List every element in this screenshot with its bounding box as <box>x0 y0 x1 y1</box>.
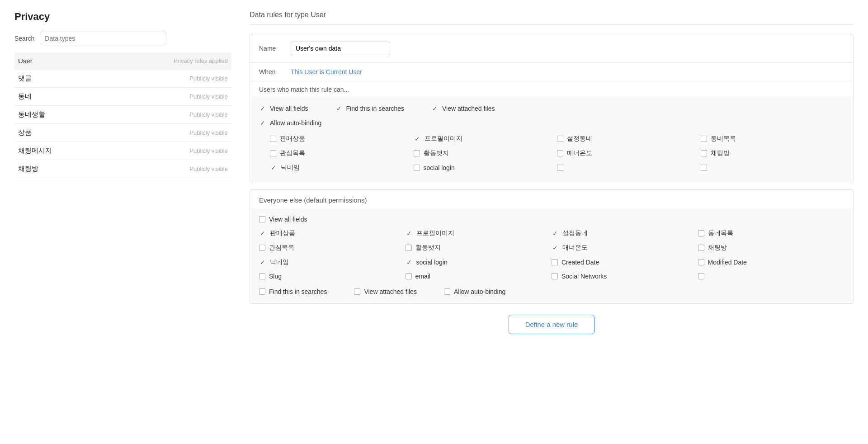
rule1-field-4: 관심목록 <box>270 147 414 159</box>
field-label-2: 설정동네 <box>567 135 592 143</box>
rule2-field-4: 관심목록 <box>259 242 406 254</box>
data-type-status: Publicly visible <box>189 165 228 172</box>
field-uncheck-10[interactable] <box>557 165 563 171</box>
field-uncheck-0[interactable] <box>270 136 276 142</box>
when-condition-link[interactable]: This User is Current User <box>291 68 362 76</box>
rule2-field-uncheck-12[interactable] <box>259 273 265 279</box>
bp-uncheck-0[interactable] <box>259 288 265 295</box>
rule2-field-label-11: Modified Date <box>708 259 747 266</box>
rule1-field-5: 활동뱃지 <box>414 147 557 159</box>
rule2-field-uncheck-5[interactable] <box>406 245 412 251</box>
page-header: Data rules for type User <box>250 11 854 25</box>
rule2-field-uncheck-11[interactable] <box>698 259 704 265</box>
data-type-status: Publicly visible <box>189 111 228 118</box>
rule1-field-0: 판매상품 <box>270 133 414 145</box>
perm-label-0: View all fields <box>270 105 308 112</box>
rule2-field-check-1: ✓ <box>406 230 413 237</box>
rule2-field-uncheck-4[interactable] <box>259 245 265 251</box>
when-row: When This User is Current User <box>250 63 853 81</box>
rule1-field-8: ✓닉네임 <box>270 162 414 174</box>
field-label-7: 채팅방 <box>711 149 730 157</box>
rule2-field-uncheck-15[interactable] <box>698 273 704 279</box>
rule2-field-label-12: Slug <box>269 273 282 280</box>
rule2-field-label-14: Social Networks <box>561 273 607 280</box>
check-icon-1: ✓ <box>335 105 343 112</box>
rule2-field-uncheck-10[interactable] <box>552 259 558 265</box>
field-label-6: 매너온도 <box>567 149 592 157</box>
rule2-field-8: ✓닉네임 <box>259 256 406 268</box>
rule2-bottom-perm-1: View attached files <box>354 288 416 295</box>
name-label: Name <box>259 45 282 52</box>
rule2-field-label-2: 설정동네 <box>562 229 588 237</box>
rule1-top-perm-1: ✓Find this in searches <box>335 105 404 112</box>
rule2-field-uncheck-13[interactable] <box>406 273 412 279</box>
rule2-field-uncheck-7[interactable] <box>698 245 704 251</box>
define-rule-button[interactable]: Define a new rule <box>509 315 595 334</box>
data-type-status: Publicly visible <box>189 129 228 136</box>
sidebar-item-동네생활[interactable]: 동네생활 Publicly visible <box>14 106 231 124</box>
field-uncheck-3[interactable] <box>701 136 707 142</box>
search-input[interactable] <box>40 32 166 45</box>
rule1-perms-grid: ✓View all fields✓Find this in searches✓V… <box>250 97 853 182</box>
field-uncheck-11[interactable] <box>701 165 707 171</box>
rule2-field-uncheck-3[interactable] <box>698 230 704 236</box>
sidebar-item-상품[interactable]: 상품 Publicly visible <box>14 124 231 142</box>
field-uncheck-7[interactable] <box>701 150 707 156</box>
rule-name-input[interactable] <box>291 42 390 55</box>
check-icon-2: ✓ <box>431 105 439 112</box>
rule2-field-label-10: Created Date <box>561 259 599 266</box>
search-row: Search <box>14 32 231 45</box>
rule2-field-1: ✓프로필이미지 <box>406 227 552 239</box>
field-label-5: 활동뱃지 <box>424 149 449 157</box>
rule2-field-check-6: ✓ <box>552 244 559 251</box>
rule1-top-perm-2: ✓View attached files <box>431 105 495 112</box>
rule2-view-all-checkbox[interactable] <box>259 216 265 222</box>
rule2-field-label-7: 채팅방 <box>708 244 727 252</box>
sidebar: Privacy Search User Privacy rules applie… <box>14 11 231 334</box>
sidebar-item-채팅방[interactable]: 채팅방 Publicly visible <box>14 160 231 178</box>
main-content: Data rules for type User Name When This … <box>250 11 854 334</box>
sidebar-item-동네[interactable]: 동네 Publicly visible <box>14 88 231 106</box>
rule2-field-check-8: ✓ <box>259 259 266 266</box>
rule2-field-14: Social Networks <box>552 271 698 282</box>
rule2-field-6: ✓매너온도 <box>552 242 698 254</box>
field-uncheck-6[interactable] <box>557 150 563 156</box>
rule1-field-9: social login <box>414 162 557 174</box>
rule2-field-uncheck-14[interactable] <box>552 273 558 279</box>
field-uncheck-2[interactable] <box>557 136 563 142</box>
rule-card-2: Everyone else (default permissions) View… <box>250 189 854 304</box>
sidebar-item-채팅메시지[interactable]: 채팅메시지 Publicly visible <box>14 142 231 160</box>
bp-label-1: View attached files <box>364 288 416 295</box>
rule2-field-9: ✓social login <box>406 256 552 268</box>
rule2-field-15 <box>698 271 844 282</box>
rule1-field-1: ✓프로필이미지 <box>414 133 557 145</box>
rule2-field-label-4: 관심목록 <box>269 244 294 252</box>
rule2-field-label-3: 동네목록 <box>708 229 733 237</box>
check-icon-0: ✓ <box>259 105 266 112</box>
rule2-field-12: Slug <box>259 271 406 282</box>
data-type-name: 채팅방 <box>18 165 38 173</box>
field-uncheck-4[interactable] <box>270 150 276 156</box>
bp-label-2: Allow auto-binding <box>454 288 505 295</box>
data-type-name: 동네 <box>18 92 32 101</box>
data-type-status: Publicly visible <box>189 147 228 154</box>
sidebar-item-댓글[interactable]: 댓글 Publicly visible <box>14 70 231 88</box>
rule2-bottom-perm-0: Find this in searches <box>259 288 327 295</box>
data-type-name: User <box>18 57 33 65</box>
rule2-field-label-5: 활동뱃지 <box>415 244 441 252</box>
rule2-field-7: 채팅방 <box>698 242 844 254</box>
field-uncheck-5[interactable] <box>414 150 420 156</box>
rule2-field-check-2: ✓ <box>552 230 559 237</box>
rule1-allow-binding: ✓ Allow auto-binding <box>259 117 844 129</box>
data-type-name: 동네생활 <box>18 110 45 119</box>
bp-uncheck-2[interactable] <box>444 288 450 295</box>
can-label: Users who match this rule can... <box>250 81 853 97</box>
rule2-field-label-13: email <box>415 273 430 280</box>
rule2-field-label-6: 매너온도 <box>562 244 588 252</box>
field-uncheck-9[interactable] <box>414 165 420 171</box>
rule2-field-11: Modified Date <box>698 256 844 268</box>
field-label-9: social login <box>424 164 455 171</box>
bp-uncheck-1[interactable] <box>354 288 360 295</box>
sidebar-item-User[interactable]: User Privacy rules applied <box>14 52 231 70</box>
rule1-field-3: 동네목록 <box>701 133 844 145</box>
